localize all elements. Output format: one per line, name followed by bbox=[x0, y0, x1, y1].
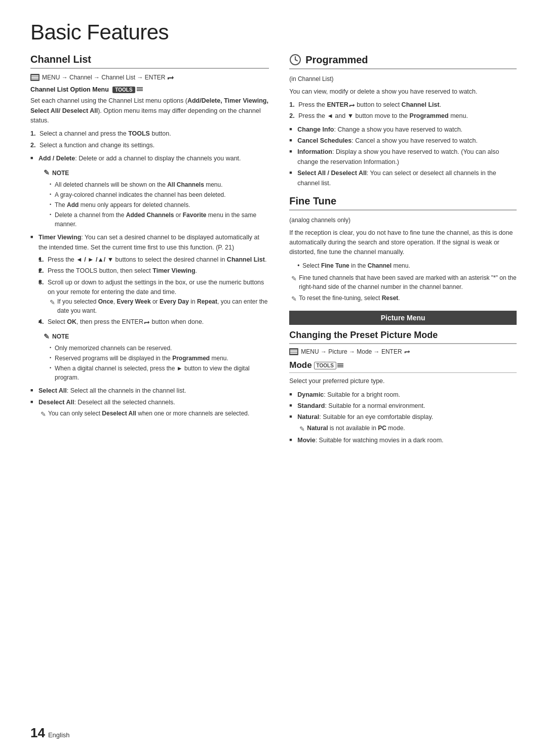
fine-tune-intro: If the reception is clear, you do not ha… bbox=[289, 228, 517, 258]
mode-intro: Select your preferred picture type. bbox=[289, 376, 517, 386]
enter-icon-picture bbox=[404, 349, 410, 354]
bullet-information: Information: Display a show you have res… bbox=[289, 147, 517, 167]
menu-icon-picture bbox=[289, 348, 298, 355]
fine-tune-dots: Select Fine Tune in the Channel menu. bbox=[289, 261, 517, 270]
note-label-2: ✎ NOTE bbox=[44, 331, 269, 343]
programmed-steps: 1. Press the ENTER button to select Chan… bbox=[289, 100, 517, 121]
programmed-title: Programmed bbox=[289, 54, 517, 69]
note-item-4: Delete a channel from the Added Channels… bbox=[50, 211, 269, 229]
menu-icon bbox=[30, 74, 40, 81]
bullet-movie: Movie: Suitable for watching movies in a… bbox=[289, 436, 517, 445]
note-box-1: ✎ NOTE All deleted channels will be show… bbox=[38, 167, 269, 229]
bullet-natural: Natural: Suitable for an eye comfortable… bbox=[289, 412, 517, 434]
fine-tune-select: Select Fine Tune in the Channel menu. bbox=[297, 261, 517, 270]
tv-step-2: 2. Press the TOOLS button, then select T… bbox=[38, 266, 269, 276]
mode-tools-icon bbox=[337, 363, 343, 368]
channel-list-bullets: Add / Delete: Delete or add a channel to… bbox=[30, 154, 269, 419]
note-item-5: Only memorized channels can be reserved. bbox=[50, 344, 269, 353]
changing-preset-title: Changing the Preset Picture Mode bbox=[289, 330, 517, 344]
note-item-7: When a digital channel is selected, pres… bbox=[50, 364, 269, 382]
page-footer: 14 English bbox=[30, 725, 70, 741]
left-column: Channel List MENU → Channel → Channel Li… bbox=[30, 54, 269, 423]
changing-preset-section: Changing the Preset Picture Mode MENU → … bbox=[289, 330, 517, 445]
in-channel-list-label: (in Channel List) bbox=[289, 74, 517, 84]
note-pencil-icon-ft2: ✎ bbox=[291, 294, 297, 304]
note-item-3: The Add menu only appears for deleted ch… bbox=[50, 200, 269, 209]
note-ref-deselect: ✎ You can only select Deselect All when … bbox=[38, 409, 269, 419]
programmed-bullets: Change Info: Change a show you have rese… bbox=[289, 125, 517, 188]
mode-tools-badge: TOOLS bbox=[314, 362, 336, 369]
note-item-6: Reserved programs will be displayed in t… bbox=[50, 354, 269, 363]
note-list-2: Only memorized channels can be reserved.… bbox=[44, 344, 269, 382]
picture-menu-header: Picture Menu bbox=[289, 311, 517, 325]
mode-bullets: Dynamic: Suitable for a bright room. Sta… bbox=[289, 390, 517, 446]
enter-icon bbox=[167, 75, 174, 80]
note-label-1: ✎ NOTE bbox=[44, 167, 269, 179]
programmed-intro: You can view, modify or delete a show yo… bbox=[289, 87, 517, 97]
channel-list-section: Channel List MENU → Channel → Channel Li… bbox=[30, 54, 269, 419]
channel-list-steps: 1. Select a channel and press the TOOLS … bbox=[30, 129, 269, 150]
bullet-select-deselect-all: Select All / Deselect All: You can selec… bbox=[289, 169, 517, 188]
natural-pencil-icon: ✎ bbox=[299, 424, 305, 434]
tv-step-1: 1. Press the ◄ / ► /▲/ ▼ buttons to sele… bbox=[38, 255, 269, 265]
natural-note-ref: ✎ Natural is not available in PC mode. bbox=[297, 424, 517, 434]
prog-step-2: 2. Press the ◄ and ▼ button move to the … bbox=[289, 111, 517, 121]
tools-badge: TOOLS bbox=[112, 87, 135, 93]
bullet-change-info: Change Info: Change a show you have rese… bbox=[289, 125, 517, 135]
channel-list-title: Channel List bbox=[30, 54, 269, 69]
note-item-1: All deleted channels will be shown on th… bbox=[50, 180, 269, 189]
page-language: English bbox=[48, 731, 70, 739]
note-box-2: ✎ NOTE Only memorized channels can be re… bbox=[38, 331, 269, 383]
tv-step-3: 3. Scroll up or down to adjust the setti… bbox=[38, 278, 269, 316]
mode-title: Mode TOOLS bbox=[289, 360, 517, 373]
clock-icon bbox=[289, 54, 301, 66]
analog-only: (analog channels only) bbox=[289, 216, 517, 225]
channel-list-intro: Set each channel using the Channel List … bbox=[30, 96, 269, 125]
fine-tune-title: Fine Tune bbox=[289, 195, 517, 211]
step-1: 1. Select a channel and press the TOOLS … bbox=[30, 129, 269, 139]
note-list-1: All deleted channels will be shown on th… bbox=[44, 180, 269, 229]
bullet-deselect-all: Deselect All: Deselect all the selected … bbox=[30, 398, 269, 419]
channel-list-menu-path: MENU → Channel → Channel List → ENTER bbox=[30, 74, 269, 81]
prog-step-1: 1. Press the ENTER button to select Chan… bbox=[289, 100, 517, 110]
note-ref-repeat: ✎ If you selected Once, Every Week or Ev… bbox=[48, 297, 269, 315]
bullet-select-all: Select All: Select all the channels in t… bbox=[30, 386, 269, 396]
note-ref-icon-2: ✎ bbox=[41, 409, 46, 419]
bullet-timer-viewing: Timer Viewing: You can set a desired cha… bbox=[30, 233, 269, 382]
bullet-dynamic: Dynamic: Suitable for a bright room. bbox=[289, 390, 517, 400]
picture-menu-path: MENU → Picture → Mode → ENTER bbox=[289, 348, 517, 355]
option-menu-label: Channel List Option Menu TOOLS bbox=[30, 86, 269, 93]
note-pencil-icon-ft: ✎ bbox=[291, 274, 297, 284]
programmed-section: Programmed (in Channel List) You can vie… bbox=[289, 54, 517, 188]
note-pencil-icon-2: ✎ bbox=[44, 331, 50, 343]
tv-step-4: 4. Select OK, then press the ENTER butto… bbox=[38, 317, 269, 327]
note-item-2: A gray-colored channel indicates the cha… bbox=[50, 190, 269, 199]
page-title: Basic Features bbox=[30, 20, 517, 45]
enter-icon-prog bbox=[349, 103, 355, 108]
fine-tune-note-ref2: ✎ To reset the fine-tuning, select Reset… bbox=[289, 293, 517, 304]
timer-viewing-steps: 1. Press the ◄ / ► /▲/ ▼ buttons to sele… bbox=[38, 255, 269, 327]
svg-line-2 bbox=[295, 60, 297, 61]
fine-tune-note-ref1: ✎ Fine tuned channels that have been sav… bbox=[289, 273, 517, 291]
fine-tune-section: Fine Tune (analog channels only) If the … bbox=[289, 195, 517, 304]
note-ref-icon: ✎ bbox=[50, 298, 55, 308]
bullet-add-delete: Add / Delete: Delete or add a channel to… bbox=[30, 154, 269, 229]
step-2: 2. Select a function and change its sett… bbox=[30, 141, 269, 150]
bullet-cancel-schedules: Cancel Schedules: Cancel a show you have… bbox=[289, 136, 517, 146]
right-column: Programmed (in Channel List) You can vie… bbox=[289, 54, 517, 449]
note-pencil-icon: ✎ bbox=[44, 167, 50, 179]
enter-icon-inline bbox=[144, 320, 150, 325]
page-number: 14 bbox=[30, 725, 45, 741]
tools-icon bbox=[137, 87, 143, 92]
bullet-standard: Standard: Suitable for a normal environm… bbox=[289, 401, 517, 411]
